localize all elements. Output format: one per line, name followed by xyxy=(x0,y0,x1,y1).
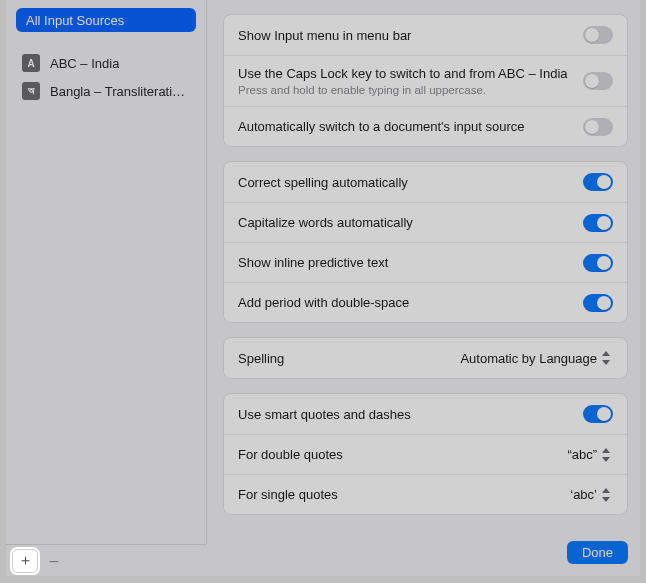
toggle-show-input-menu[interactable] xyxy=(583,26,613,44)
row-auto-switch-document: Automatically switch to a document's inp… xyxy=(224,106,627,146)
sidebar-toolbar: ＋ – xyxy=(6,544,207,576)
toggle-auto-switch-document[interactable] xyxy=(583,118,613,136)
row-sublabel: Press and hold to enable typing in all u… xyxy=(238,84,571,96)
row-label: Correct spelling automatically xyxy=(238,175,571,190)
row-correct-spelling: Correct spelling automatically xyxy=(224,162,627,202)
sidebar-all-label: All Input Sources xyxy=(26,13,124,28)
single-quotes-text: ‘abc’ xyxy=(570,487,597,502)
sidebar-item-label: ABC – India xyxy=(50,56,119,71)
remove-source-button[interactable]: – xyxy=(44,549,64,573)
toggle-smart-quotes[interactable] xyxy=(583,405,613,423)
row-label: Capitalize words automatically xyxy=(238,215,571,230)
chevron-updown-icon xyxy=(601,447,613,463)
chevron-updown-icon xyxy=(601,350,613,366)
row-single-quotes[interactable]: For single quotes ‘abc’ xyxy=(224,474,627,514)
quotes-group: Use smart quotes and dashes For double q… xyxy=(223,393,628,515)
row-label: Show inline predictive text xyxy=(238,255,571,270)
row-smart-quotes: Use smart quotes and dashes xyxy=(224,394,627,434)
row-show-input-menu: Show Input menu in menu bar xyxy=(224,15,627,55)
latin-input-icon: A xyxy=(22,54,40,72)
plus-icon: ＋ xyxy=(18,551,33,570)
row-capitalize-words: Capitalize words automatically xyxy=(224,202,627,242)
input-sources-sidebar: All Input Sources A ABC – India অ Bangla… xyxy=(6,0,207,576)
row-label: Use the Caps Lock key to switch to and f… xyxy=(238,66,571,81)
row-label: Use smart quotes and dashes xyxy=(238,407,571,422)
row-label: Show Input menu in menu bar xyxy=(238,28,571,43)
row-label: Add period with double-space xyxy=(238,295,571,310)
row-caps-lock-switch: Use the Caps Lock key to switch to and f… xyxy=(224,55,627,106)
settings-content: Show Input menu in menu bar Use the Caps… xyxy=(207,0,640,576)
toggle-capitalize-words[interactable] xyxy=(583,214,613,232)
row-label: For double quotes xyxy=(238,447,555,462)
sidebar-all-input-sources[interactable]: All Input Sources xyxy=(16,8,196,32)
row-label: For single quotes xyxy=(238,487,558,502)
toggle-period-double-space[interactable] xyxy=(583,294,613,312)
double-quotes-text: “abc” xyxy=(567,447,597,462)
text-correction-group: Correct spelling automatically Capitaliz… xyxy=(223,161,628,323)
chevron-updown-icon xyxy=(601,487,613,503)
keyboard-input-sources-window: All Input Sources A ABC – India অ Bangla… xyxy=(6,0,640,576)
double-quotes-value: “abc” xyxy=(567,447,613,463)
row-spelling[interactable]: Spelling Automatic by Language xyxy=(224,338,627,378)
done-button[interactable]: Done xyxy=(567,541,628,564)
row-inline-predictive: Show inline predictive text xyxy=(224,242,627,282)
sidebar-item-label: Bangla – Transliterati… xyxy=(50,84,185,99)
row-period-double-space: Add period with double-space xyxy=(224,282,627,322)
single-quotes-value: ‘abc’ xyxy=(570,487,613,503)
toggle-inline-predictive[interactable] xyxy=(583,254,613,272)
add-source-button[interactable]: ＋ xyxy=(12,549,38,573)
bangla-input-icon: অ xyxy=(22,82,40,100)
toggle-caps-lock-switch[interactable] xyxy=(583,72,613,90)
toggle-correct-spelling[interactable] xyxy=(583,173,613,191)
minus-icon: – xyxy=(50,552,59,570)
input-menu-group: Show Input menu in menu bar Use the Caps… xyxy=(223,14,628,147)
spelling-group: Spelling Automatic by Language xyxy=(223,337,628,379)
row-label: Automatically switch to a document's inp… xyxy=(238,119,571,134)
sidebar-item-bangla[interactable]: অ Bangla – Transliterati… xyxy=(16,78,196,104)
spelling-value: Automatic by Language xyxy=(460,350,613,366)
sidebar-item-abc-india[interactable]: A ABC – India xyxy=(16,50,196,76)
row-label: Spelling xyxy=(238,351,448,366)
spelling-value-text: Automatic by Language xyxy=(460,351,597,366)
row-double-quotes[interactable]: For double quotes “abc” xyxy=(224,434,627,474)
